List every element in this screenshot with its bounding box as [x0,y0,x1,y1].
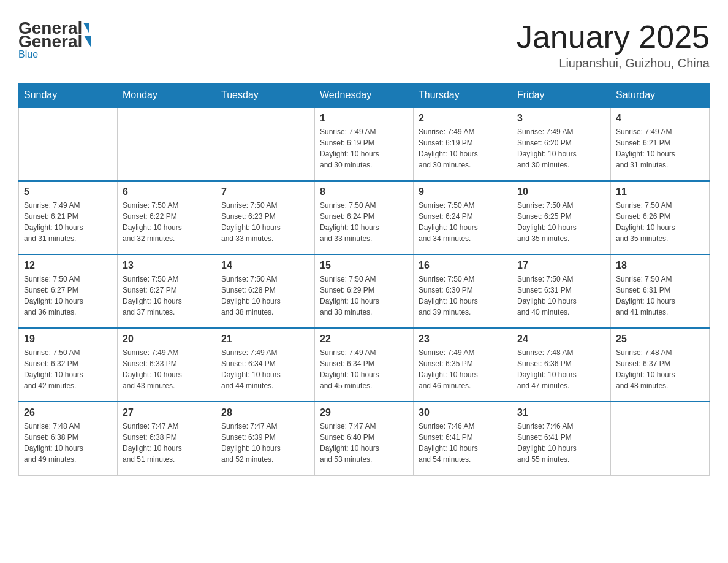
day-info: Sunrise: 7:50 AMSunset: 6:24 PMDaylight:… [320,200,408,244]
day-info: Sunrise: 7:49 AMSunset: 6:19 PMDaylight:… [419,126,507,170]
day-number: 11 [616,186,704,197]
day-info: Sunrise: 7:46 AMSunset: 6:41 PMDaylight:… [517,421,605,465]
calendar-header-saturday: Saturday [611,83,710,108]
day-number: 28 [221,407,309,418]
day-info: Sunrise: 7:49 AMSunset: 6:34 PMDaylight:… [320,347,408,391]
day-info: Sunrise: 7:50 AMSunset: 6:24 PMDaylight:… [419,200,507,244]
day-number: 10 [517,186,605,197]
calendar-week-4: 19Sunrise: 7:50 AMSunset: 6:32 PMDayligh… [19,328,710,402]
day-info: Sunrise: 7:50 AMSunset: 6:27 PMDaylight:… [123,274,211,318]
day-info: Sunrise: 7:49 AMSunset: 6:20 PMDaylight:… [517,126,605,170]
day-info: Sunrise: 7:49 AMSunset: 6:35 PMDaylight:… [419,347,507,391]
calendar-cell [216,107,315,181]
day-number: 29 [320,407,408,418]
day-info: Sunrise: 7:50 AMSunset: 6:31 PMDaylight:… [616,274,704,318]
calendar-cell: 15Sunrise: 7:50 AMSunset: 6:29 PMDayligh… [315,255,414,328]
calendar-cell: 21Sunrise: 7:49 AMSunset: 6:34 PMDayligh… [216,328,315,402]
calendar-header-row: SundayMondayTuesdayWednesdayThursdayFrid… [19,83,710,108]
day-info: Sunrise: 7:47 AMSunset: 6:40 PMDaylight:… [320,421,408,465]
calendar-cell: 29Sunrise: 7:47 AMSunset: 6:40 PMDayligh… [315,402,414,475]
day-number: 21 [221,334,309,345]
calendar-cell [19,107,118,181]
calendar-cell: 6Sunrise: 7:50 AMSunset: 6:22 PMDaylight… [118,181,216,255]
calendar-cell: 4Sunrise: 7:49 AMSunset: 6:21 PMDaylight… [611,107,710,181]
calendar-cell: 26Sunrise: 7:48 AMSunset: 6:38 PMDayligh… [19,402,118,475]
day-info: Sunrise: 7:47 AMSunset: 6:39 PMDaylight:… [221,421,309,465]
calendar-cell: 13Sunrise: 7:50 AMSunset: 6:27 PMDayligh… [118,255,216,328]
calendar-cell: 22Sunrise: 7:49 AMSunset: 6:34 PMDayligh… [315,328,414,402]
logo-blue-text: Blue [18,49,38,60]
calendar-cell [611,402,710,475]
day-info: Sunrise: 7:47 AMSunset: 6:38 PMDaylight:… [123,421,211,465]
day-number: 16 [419,260,507,271]
day-info: Sunrise: 7:50 AMSunset: 6:31 PMDaylight:… [517,274,605,318]
day-number: 20 [123,334,211,345]
calendar-cell: 31Sunrise: 7:46 AMSunset: 6:41 PMDayligh… [512,402,611,475]
day-number: 5 [24,186,112,197]
day-number: 30 [419,407,507,418]
day-number: 12 [24,260,112,271]
calendar-cell: 27Sunrise: 7:47 AMSunset: 6:38 PMDayligh… [118,402,216,475]
day-number: 14 [221,260,309,271]
calendar-header-thursday: Thursday [414,83,512,108]
day-number: 2 [419,113,507,124]
calendar-cell: 3Sunrise: 7:49 AMSunset: 6:20 PMDaylight… [512,107,611,181]
calendar-cell [118,107,216,181]
logo-triangle-icon [84,36,91,48]
calendar-cell: 19Sunrise: 7:50 AMSunset: 6:32 PMDayligh… [19,328,118,402]
day-number: 23 [419,334,507,345]
calendar-cell: 17Sunrise: 7:50 AMSunset: 6:31 PMDayligh… [512,255,611,328]
logo: General General Blue [18,18,93,60]
day-info: Sunrise: 7:50 AMSunset: 6:22 PMDaylight:… [123,200,211,244]
calendar-cell: 12Sunrise: 7:50 AMSunset: 6:27 PMDayligh… [19,255,118,328]
day-info: Sunrise: 7:49 AMSunset: 6:19 PMDaylight:… [320,126,408,170]
day-number: 6 [123,186,211,197]
day-info: Sunrise: 7:50 AMSunset: 6:32 PMDaylight:… [24,347,112,391]
day-number: 19 [24,334,112,345]
day-info: Sunrise: 7:46 AMSunset: 6:41 PMDaylight:… [419,421,507,465]
day-info: Sunrise: 7:49 AMSunset: 6:34 PMDaylight:… [221,347,309,391]
calendar-week-3: 12Sunrise: 7:50 AMSunset: 6:27 PMDayligh… [19,255,710,328]
day-number: 31 [517,407,605,418]
calendar-cell: 9Sunrise: 7:50 AMSunset: 6:24 PMDaylight… [414,181,512,255]
day-number: 27 [123,407,211,418]
calendar-week-2: 5Sunrise: 7:49 AMSunset: 6:21 PMDaylight… [19,181,710,255]
day-number: 24 [517,334,605,345]
day-number: 7 [221,186,309,197]
day-number: 18 [616,260,704,271]
day-number: 13 [123,260,211,271]
calendar-week-1: 1Sunrise: 7:49 AMSunset: 6:19 PMDaylight… [19,107,710,181]
calendar-cell: 16Sunrise: 7:50 AMSunset: 6:30 PMDayligh… [414,255,512,328]
calendar-cell: 11Sunrise: 7:50 AMSunset: 6:26 PMDayligh… [611,181,710,255]
calendar-header-monday: Monday [118,83,216,108]
day-info: Sunrise: 7:48 AMSunset: 6:37 PMDaylight:… [616,347,704,391]
calendar-cell: 18Sunrise: 7:50 AMSunset: 6:31 PMDayligh… [611,255,710,328]
day-info: Sunrise: 7:49 AMSunset: 6:33 PMDaylight:… [123,347,211,391]
day-info: Sunrise: 7:50 AMSunset: 6:27 PMDaylight:… [24,274,112,318]
calendar-cell: 23Sunrise: 7:49 AMSunset: 6:35 PMDayligh… [414,328,512,402]
calendar-cell: 2Sunrise: 7:49 AMSunset: 6:19 PMDaylight… [414,107,512,181]
day-number: 25 [616,334,704,345]
calendar-cell: 28Sunrise: 7:47 AMSunset: 6:39 PMDayligh… [216,402,315,475]
calendar-cell: 10Sunrise: 7:50 AMSunset: 6:25 PMDayligh… [512,181,611,255]
calendar-cell: 5Sunrise: 7:49 AMSunset: 6:21 PMDaylight… [19,181,118,255]
calendar-cell: 7Sunrise: 7:50 AMSunset: 6:23 PMDaylight… [216,181,315,255]
day-info: Sunrise: 7:49 AMSunset: 6:21 PMDaylight:… [616,126,704,170]
day-number: 17 [517,260,605,271]
location: Liupanshui, Guizhou, China [517,56,710,71]
calendar-cell: 24Sunrise: 7:48 AMSunset: 6:36 PMDayligh… [512,328,611,402]
day-number: 15 [320,260,408,271]
day-number: 22 [320,334,408,345]
title-section: January 2025 Liupanshui, Guizhou, China [517,18,710,71]
day-info: Sunrise: 7:48 AMSunset: 6:38 PMDaylight:… [24,421,112,465]
calendar-header-tuesday: Tuesday [216,83,315,108]
month-title: January 2025 [517,18,710,55]
page-header: General General Blue January 2025 Liupan… [18,18,710,71]
day-info: Sunrise: 7:50 AMSunset: 6:29 PMDaylight:… [320,274,408,318]
day-info: Sunrise: 7:50 AMSunset: 6:23 PMDaylight:… [221,200,309,244]
calendar-cell: 8Sunrise: 7:50 AMSunset: 6:24 PMDaylight… [315,181,414,255]
calendar-header-friday: Friday [512,83,611,108]
calendar-header-sunday: Sunday [19,83,118,108]
calendar-cell: 14Sunrise: 7:50 AMSunset: 6:28 PMDayligh… [216,255,315,328]
calendar-cell: 30Sunrise: 7:46 AMSunset: 6:41 PMDayligh… [414,402,512,475]
